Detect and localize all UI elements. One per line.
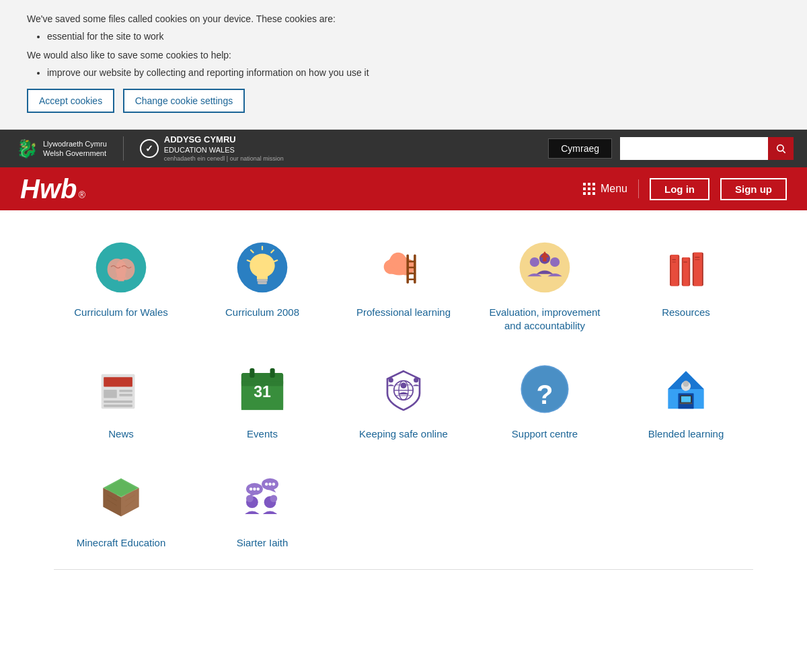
svg-text:🐉: 🐉 <box>16 138 38 159</box>
card-label-curriculum-wales: Curriculum for Wales <box>74 306 167 319</box>
svg-point-69 <box>683 381 689 387</box>
card-label-events: Events <box>247 427 278 441</box>
svg-point-90 <box>253 487 256 490</box>
card-resources[interactable]: Resources <box>619 230 753 339</box>
hwb-logo: Hwb® <box>20 174 85 204</box>
search-icon <box>775 143 786 154</box>
cloud-ladder-icon <box>373 237 434 298</box>
svg-rect-72 <box>681 396 691 403</box>
cookie-improve: improve our website by collecting and re… <box>47 67 780 78</box>
shield-person-icon <box>373 359 434 419</box>
svg-text:?: ? <box>537 379 553 410</box>
card-keeping-safe[interactable]: Keeping safe online <box>336 352 471 448</box>
card-label-blended-learning: Blended learning <box>648 427 724 441</box>
card-siarter[interactable]: Siarter Iaith <box>195 461 330 556</box>
welsh-gov-text: Llywodraeth Cymru Welsh Government <box>43 139 107 159</box>
menu-button[interactable]: Menu <box>583 183 627 195</box>
cookie-intro: We've saved some files called cookies on… <box>27 13 780 24</box>
dragon-icon: 🐉 <box>13 136 38 161</box>
search-form <box>620 137 794 160</box>
svg-rect-44 <box>104 390 117 398</box>
brain-icon <box>91 237 151 298</box>
svg-point-86 <box>270 495 278 502</box>
card-label-support-centre: Support centre <box>512 427 578 441</box>
newspaper-icon <box>91 359 151 419</box>
svg-rect-45 <box>119 390 132 392</box>
cards-grid: Curriculum for Wales Curriculum 2008 Pro… <box>54 230 753 556</box>
card-label-news: News <box>108 427 134 441</box>
card-curriculum-wales[interactable]: Curriculum for Wales <box>54 230 188 339</box>
change-cookie-settings-button[interactable]: Change cookie settings <box>123 89 245 113</box>
card-support-centre[interactable]: ? Support centre <box>477 352 612 448</box>
svg-point-95 <box>268 482 271 485</box>
svg-rect-46 <box>119 394 132 396</box>
card-label-minecraft: Minecraft Education <box>77 536 166 550</box>
card-label-keeping-safe: Keeping safe online <box>359 427 448 441</box>
svg-rect-55 <box>270 368 275 378</box>
svg-point-91 <box>257 487 260 490</box>
cookie-essential: essential for the site to work <box>47 31 780 42</box>
svg-point-63 <box>414 378 418 382</box>
edu-wales-logo: ✓ ADDYSG CYMRU EDUCATION WALES cenhadaet… <box>140 134 284 163</box>
people-arrow-icon <box>514 237 575 298</box>
svg-point-61 <box>401 382 407 388</box>
top-nav-left: 🐉 Llywodraeth Cymru Welsh Government ✓ A… <box>13 134 548 163</box>
cookie-banner: We've saved some files called cookies on… <box>0 0 807 130</box>
card-curriculum-2008[interactable]: Curriculum 2008 <box>195 230 330 339</box>
cookie-also: We would also like to save some cookies … <box>27 50 780 60</box>
hwb-nav-right: Menu Log in Sign up <box>583 178 787 200</box>
books-icon <box>656 237 716 298</box>
svg-point-62 <box>389 378 393 382</box>
svg-point-28 <box>550 257 560 267</box>
svg-rect-47 <box>104 401 132 403</box>
checkmark-circle: ✓ <box>140 139 159 158</box>
card-label-siarter: Siarter Iaith <box>237 536 289 550</box>
card-label-evaluation: Evaluation, improvement and accountabili… <box>484 306 605 332</box>
card-evaluation[interactable]: Evaluation, improvement and accountabili… <box>477 230 612 339</box>
welsh-gov-logo: 🐉 Llywodraeth Cymru Welsh Government <box>13 136 107 161</box>
accept-cookies-button[interactable]: Accept cookies <box>27 89 114 113</box>
svg-point-94 <box>265 482 268 485</box>
question-circle-icon: ? <box>514 359 575 419</box>
bulb-icon <box>232 237 293 298</box>
top-nav: 🐉 Llywodraeth Cymru Welsh Government ✓ A… <box>0 130 807 167</box>
hwb-header: Hwb® Menu Log in Sign up <box>0 167 807 210</box>
svg-point-1 <box>777 145 783 151</box>
svg-rect-48 <box>104 405 132 407</box>
svg-rect-34 <box>683 257 689 286</box>
card-label-professional-learning: Professional learning <box>356 306 451 319</box>
person-laptop-icon <box>656 359 716 419</box>
siarter-icon <box>232 468 293 528</box>
card-label-resources: Resources <box>662 306 710 319</box>
edu-wales-text: ADDYSG CYMRU EDUCATION WALES cenhadaeth … <box>164 134 284 163</box>
card-professional-learning[interactable]: Professional learning <box>336 230 471 339</box>
svg-point-96 <box>272 482 275 485</box>
svg-rect-10 <box>258 282 267 284</box>
svg-point-26 <box>520 243 570 293</box>
signup-button[interactable]: Sign up <box>720 178 787 200</box>
card-minecraft[interactable]: Minecraft Education <box>54 461 188 556</box>
card-events[interactable]: 31 Events <box>195 352 330 448</box>
grid-icon <box>583 183 595 195</box>
svg-rect-9 <box>257 280 268 282</box>
card-label-curriculum-2008: Curriculum 2008 <box>225 306 299 319</box>
card-news[interactable]: News <box>54 352 188 448</box>
svg-point-89 <box>249 487 252 490</box>
search-button[interactable] <box>768 137 794 160</box>
minecraft-block-icon <box>91 468 151 528</box>
svg-rect-7 <box>118 278 124 281</box>
calendar-icon: 31 <box>232 359 293 419</box>
cymraeg-button[interactable]: Cymraeg <box>548 138 612 159</box>
svg-point-27 <box>530 257 539 267</box>
svg-rect-54 <box>249 368 254 378</box>
search-input[interactable] <box>620 137 768 160</box>
svg-text:31: 31 <box>254 383 271 401</box>
card-blended-learning[interactable]: Blended learning <box>619 352 753 448</box>
login-button[interactable]: Log in <box>650 178 709 200</box>
svg-rect-43 <box>104 377 132 386</box>
svg-line-2 <box>783 151 785 153</box>
footer-divider <box>54 569 753 570</box>
nav-divider <box>638 179 639 198</box>
gov-divider <box>123 136 124 161</box>
svg-rect-71 <box>679 403 693 404</box>
